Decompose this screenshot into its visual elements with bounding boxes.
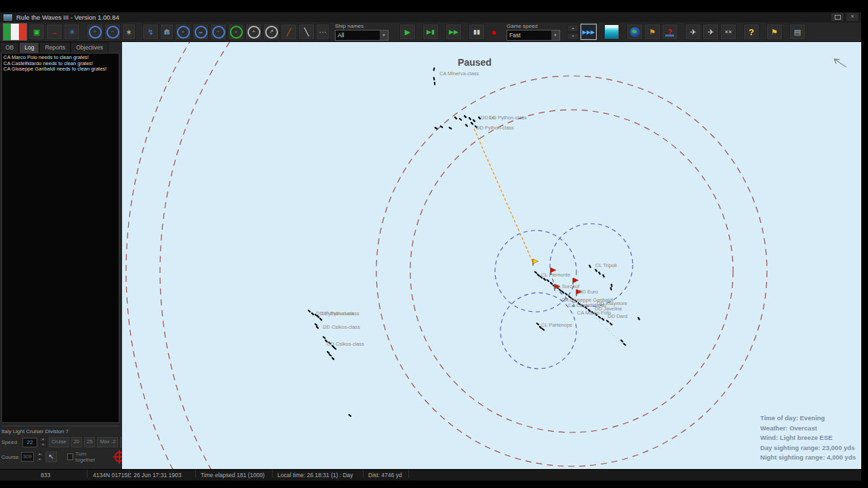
ship-marker[interactable] [602, 274, 606, 278]
ship-marker[interactable] [472, 119, 475, 122]
tab-objectives[interactable]: Objectives [71, 42, 108, 53]
tab-log[interactable]: Log [19, 42, 39, 53]
dashes-icon[interactable]: ⋯ [316, 24, 330, 40]
speed-down-arrow[interactable]: ▼ [39, 443, 47, 447]
tactical-map[interactable]: CA Minerva-classDD LuDD Python-classDD P… [122, 42, 861, 469]
zoom-in-button[interactable]: + [87, 24, 103, 40]
ship-marker[interactable] [610, 283, 612, 287]
scatter-formation-icon[interactable]: ×× [720, 24, 736, 40]
play-pause-button[interactable]: ▶▮ [422, 24, 439, 40]
aircraft-circle-button[interactable]: + [245, 24, 262, 40]
ship-marker[interactable] [606, 319, 609, 323]
ship-names-dropdown[interactable]: All▼ [335, 30, 389, 41]
zoom-pointer-icon[interactable]: ∗ [122, 24, 136, 40]
ship-marker[interactable] [542, 277, 546, 281]
save-icon[interactable]: ▣ [28, 24, 45, 40]
speed-20-button[interactable]: 20 [71, 437, 82, 447]
ship-marker[interactable] [322, 336, 326, 339]
pencil-icon[interactable]: ╱ [281, 24, 297, 40]
ship-marker[interactable] [609, 322, 612, 325]
ship-marker[interactable] [463, 115, 467, 118]
ship-marker[interactable] [549, 281, 553, 285]
formation-circle-half-button[interactable]: ▬ [193, 24, 209, 40]
ship-info-button[interactable]: ? [662, 24, 678, 40]
signal-icon[interactable]: ↯ [142, 24, 159, 40]
speed-25-button[interactable]: 25 [84, 437, 95, 447]
ship-marker[interactable] [470, 121, 473, 125]
formation-circle-minus-button[interactable]: − [210, 24, 226, 40]
course-arrow-icon[interactable]: ↖ [45, 451, 57, 462]
ship-marker[interactable] [465, 123, 468, 127]
speed-down-spinner[interactable]: ▼ [567, 33, 579, 40]
ship-marker[interactable] [598, 271, 601, 275]
flag-search-icon[interactable]: ⚑ [766, 24, 783, 40]
play-button[interactable]: ▶ [399, 24, 416, 40]
ship-marker[interactable] [331, 357, 334, 360]
ship-marker[interactable] [315, 325, 319, 329]
speed-up-arrow[interactable]: ▲ [39, 437, 47, 442]
ship-marker[interactable] [595, 268, 598, 272]
ship-marker[interactable] [434, 81, 436, 85]
aircraft-settings-icon[interactable]: ✈ [703, 24, 719, 40]
ship-marker[interactable] [610, 287, 612, 291]
ship-config-icon[interactable]: ▤ [789, 24, 806, 40]
exit-icon[interactable]: → [46, 24, 62, 40]
game-speed-dropdown[interactable]: Fast▼ [507, 30, 560, 41]
ship-marker[interactable] [319, 317, 322, 321]
tab-ob[interactable]: OB [0, 42, 19, 53]
speed-up-spinner[interactable]: ▲ [567, 24, 579, 32]
formation-circle-green-button[interactable]: • [228, 24, 244, 40]
ship-marker[interactable] [564, 292, 568, 296]
course-down-arrow[interactable]: ▼ [36, 458, 43, 462]
max-minus-2-button[interactable]: Max -2 [97, 437, 118, 447]
ship-marker[interactable] [448, 127, 452, 130]
ship-marker[interactable] [534, 270, 537, 274]
ship-marker[interactable] [623, 342, 626, 346]
close-button[interactable]: × [846, 13, 859, 21]
fast-forward-button[interactable]: ▶▶ [446, 24, 462, 40]
ship-marker[interactable] [333, 346, 336, 350]
ship-marker[interactable] [458, 117, 462, 121]
ship-marker[interactable] [546, 279, 549, 282]
ship-marker[interactable] [348, 413, 351, 417]
ship-marker[interactable] [311, 312, 314, 315]
ship-marker[interactable] [536, 322, 539, 325]
tab-reports[interactable]: Reports [39, 42, 71, 53]
course-up-arrow[interactable]: ▲ [36, 452, 43, 457]
strategic-map-button[interactable] [627, 24, 643, 40]
turn-together-checkbox[interactable] [67, 453, 73, 460]
turbo-speed-button[interactable]: ▶▶▶ [580, 24, 597, 40]
pen-icon[interactable]: ╲ [298, 24, 315, 40]
ship-marker[interactable] [328, 353, 332, 357]
pause-button[interactable]: ▮▮ [469, 24, 485, 40]
map-view-icon[interactable] [604, 24, 620, 40]
restore-button[interactable] [831, 13, 844, 21]
aircraft-add-icon[interactable]: ✈ [685, 24, 701, 40]
ship-marker[interactable] [314, 323, 317, 326]
ship-marker[interactable] [541, 327, 545, 331]
help-button[interactable]: ? [743, 24, 760, 40]
ship-marker[interactable] [454, 116, 457, 119]
ship-marker[interactable] [307, 309, 311, 312]
italy-flag-button[interactable] [3, 23, 27, 41]
own-flag-marker[interactable] [533, 259, 538, 266]
ship-marker[interactable] [433, 67, 435, 71]
cruise-button[interactable]: Cruise [49, 437, 69, 447]
ship-marker[interactable] [601, 317, 604, 321]
ship-marker[interactable] [620, 339, 623, 342]
ship-marker[interactable] [433, 77, 435, 81]
zoom-out-button[interactable]: − [104, 24, 121, 40]
log-message-list[interactable]: CA Marco Polo needs to clean grates! CA … [1, 53, 119, 423]
ship-marker[interactable] [589, 264, 592, 268]
speed-value[interactable]: 22 [22, 438, 37, 447]
settings-gear-icon[interactable]: ✳ [64, 24, 80, 40]
ship-marker[interactable] [637, 317, 641, 321]
ship-marker[interactable] [434, 127, 438, 130]
ship-marker[interactable] [468, 117, 471, 120]
signal-book-icon[interactable]: ⚑ [644, 24, 660, 40]
ship-marker[interactable] [326, 350, 330, 354]
course-value[interactable]: 309 [21, 452, 34, 462]
formation-circle-dot-button[interactable]: • [175, 24, 191, 40]
compass-button[interactable]: ↗ [263, 24, 279, 40]
binoculars-icon[interactable]: ⋒ [160, 24, 174, 40]
